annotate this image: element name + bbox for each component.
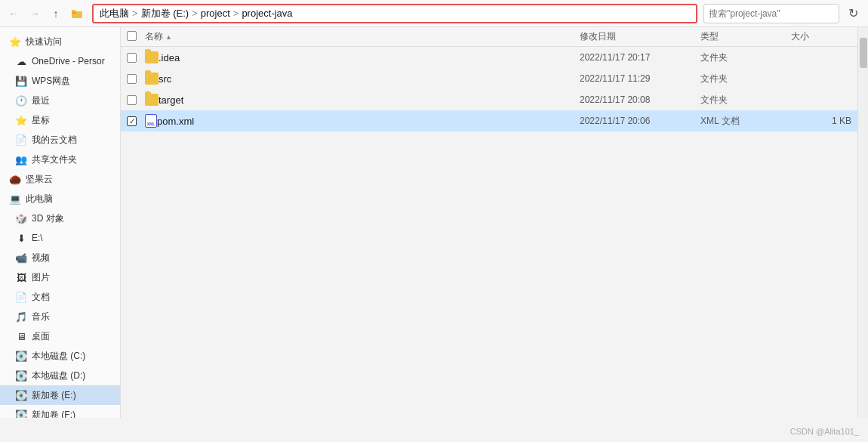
- path-segment-e: 新加卷 (E:): [141, 7, 189, 20]
- sidebar-item-document[interactable]: 📄 文档: [0, 287, 120, 307]
- sidebar-item-star[interactable]: ⭐ 星标: [0, 110, 120, 130]
- sidebar-item-3d[interactable]: 🎲 3D 对象: [0, 209, 120, 228]
- file-name: .idea: [159, 52, 180, 63]
- folder-icon: [145, 94, 159, 106]
- table-row[interactable]: .idea 2022/11/17 20:17 文件夹: [121, 47, 857, 68]
- nut-icon: 🌰: [9, 173, 21, 185]
- sidebar-item-picture[interactable]: 🖼 图片: [0, 267, 120, 287]
- picture-icon: 🖼: [15, 271, 27, 283]
- sidebar-item-quick-access[interactable]: ⭐ 快速访问: [0, 32, 120, 51]
- sidebar-item-local-d[interactable]: 💽 本地磁盘 (D:): [0, 366, 120, 385]
- sidebar-item-new-f[interactable]: 💽 新加卷 (F:): [0, 405, 120, 418]
- row-checkbox[interactable]: [127, 95, 137, 105]
- header-type[interactable]: 类型: [700, 30, 791, 43]
- folder-button[interactable]: [68, 5, 86, 23]
- header-checkbox[interactable]: [127, 31, 145, 43]
- main-area: ⭐ 快速访问 ☁ OneDrive - Persor 💾 WPS网盘 🕐 最近 …: [0, 27, 868, 418]
- file-name-cell: src: [145, 73, 580, 85]
- xml-icon: [145, 114, 157, 128]
- file-type: 文件夹: [700, 94, 791, 107]
- video-icon: 📹: [15, 252, 27, 264]
- clock-icon: 🕐: [15, 94, 27, 107]
- sidebar-item-local-c[interactable]: 💽 本地磁盘 (C:): [0, 346, 120, 366]
- scrollbar-thumb[interactable]: [860, 38, 867, 68]
- document-icon: 📄: [15, 291, 27, 303]
- mydocs-icon: 📄: [15, 134, 27, 146]
- column-headers: 名称 ▲ 修改日期 类型 大小: [121, 27, 857, 47]
- up-button[interactable]: ↑: [47, 5, 65, 23]
- refresh-button[interactable]: ↻: [842, 3, 863, 24]
- file-checkbox[interactable]: [127, 74, 145, 84]
- path-segment-project-java: project-java: [242, 8, 292, 19]
- folder-icon: [145, 73, 159, 85]
- back-button[interactable]: ←: [5, 5, 23, 23]
- sidebar-label-e-drive: E:\: [32, 233, 43, 243]
- path-segment-pc: 此电脑: [100, 7, 129, 20]
- sidebar-item-jianguo[interactable]: 🌰 坚果云: [0, 169, 120, 189]
- music-icon: 🎵: [15, 311, 27, 323]
- path-arrow-3: >: [233, 8, 239, 19]
- file-checkbox[interactable]: [127, 53, 145, 63]
- search-input[interactable]: [703, 4, 839, 23]
- sidebar-item-desktop[interactable]: 🖥 桌面: [0, 326, 120, 346]
- file-date: 2022/11/17 11:29: [580, 73, 700, 84]
- content-wrapper: 名称 ▲ 修改日期 类型 大小 .idea: [121, 27, 868, 418]
- path-arrow-1: >: [132, 8, 138, 19]
- sidebar-label-video: 视频: [32, 252, 50, 264]
- row-checkbox[interactable]: [127, 74, 137, 84]
- watermark: CSDN @Alita101_: [790, 427, 859, 436]
- file-type: XML 文档: [700, 115, 791, 128]
- folder-icon: [145, 51, 159, 63]
- sidebar-item-video[interactable]: 📹 视频: [0, 248, 120, 267]
- sidebar-label-star: 星标: [32, 114, 50, 127]
- file-checkbox[interactable]: [127, 95, 145, 105]
- sidebar-item-music[interactable]: 🎵 音乐: [0, 307, 120, 326]
- sidebar-label-quick-access: 快速访问: [26, 36, 62, 48]
- file-date: 2022/11/17 20:08: [580, 94, 700, 105]
- table-row[interactable]: target 2022/11/17 20:08 文件夹: [121, 89, 857, 110]
- sidebar-item-my-docs[interactable]: 📄 我的云文档: [0, 130, 120, 150]
- sidebar-item-this-pc[interactable]: 💻 此电脑: [0, 189, 120, 209]
- header-name[interactable]: 名称 ▲: [145, 30, 580, 43]
- address-bar[interactable]: 此电脑 > 新加卷 (E:) > project > project-java: [92, 4, 697, 23]
- sidebar-label-new-e: 新加卷 (E:): [32, 389, 76, 402]
- file-size: 1 KB: [791, 116, 851, 126]
- star2-icon: ⭐: [15, 114, 27, 126]
- disk-c-icon: 💽: [15, 350, 27, 362]
- sidebar-label-share: 共享文件夹: [32, 153, 77, 166]
- sidebar-label-this-pc: 此电脑: [26, 193, 53, 206]
- sidebar-item-new-e[interactable]: 💽 新加卷 (E:): [0, 385, 120, 405]
- file-name-cell: pom.xml: [145, 114, 580, 128]
- sidebar-item-onedrive[interactable]: ☁ OneDrive - Persor: [0, 51, 120, 71]
- svg-rect-2: [72, 10, 75, 12]
- sidebar-label-local-d: 本地磁盘 (D:): [32, 369, 85, 382]
- sidebar-item-share[interactable]: 👥 共享文件夹: [0, 150, 120, 169]
- cloud-icon: ☁: [15, 55, 27, 67]
- download-icon: ⬇: [15, 232, 27, 244]
- disk-d-icon: 💽: [15, 369, 27, 382]
- row-checkbox[interactable]: ✓: [127, 116, 137, 126]
- scrollbar-track[interactable]: [857, 27, 868, 418]
- sidebar-item-recent[interactable]: 🕐 最近: [0, 91, 120, 110]
- sidebar-item-wps[interactable]: 💾 WPS网盘: [0, 71, 120, 91]
- file-name: target: [159, 94, 183, 106]
- share-icon: 👥: [15, 153, 27, 165]
- file-date: 2022/11/17 20:17: [580, 52, 700, 63]
- file-name: pom.xml: [157, 116, 194, 127]
- file-date: 2022/11/17 20:06: [580, 116, 700, 126]
- nav-bar: ← → ↑ 此电脑 > 新加卷 (E:) > project > project…: [0, 0, 868, 27]
- file-rows-container: .idea 2022/11/17 20:17 文件夹 src 2022/11/1…: [121, 47, 857, 131]
- file-name-cell: .idea: [145, 51, 580, 63]
- sidebar-item-e-drive[interactable]: ⬇ E:\: [0, 228, 120, 248]
- forward-button[interactable]: →: [26, 5, 44, 23]
- select-all-checkbox[interactable]: [127, 31, 137, 41]
- wps-icon: 💾: [15, 75, 27, 87]
- file-checkbox[interactable]: ✓: [127, 116, 145, 126]
- 3d-icon: 🎲: [15, 212, 27, 224]
- table-row[interactable]: src 2022/11/17 11:29 文件夹: [121, 68, 857, 89]
- disk-f-icon: 💽: [15, 409, 27, 418]
- table-row[interactable]: ✓ pom.xml 2022/11/17 20:06 XML 文档 1 KB: [121, 110, 857, 131]
- header-date[interactable]: 修改日期: [580, 30, 700, 43]
- header-size[interactable]: 大小: [791, 30, 851, 43]
- row-checkbox[interactable]: [127, 53, 137, 63]
